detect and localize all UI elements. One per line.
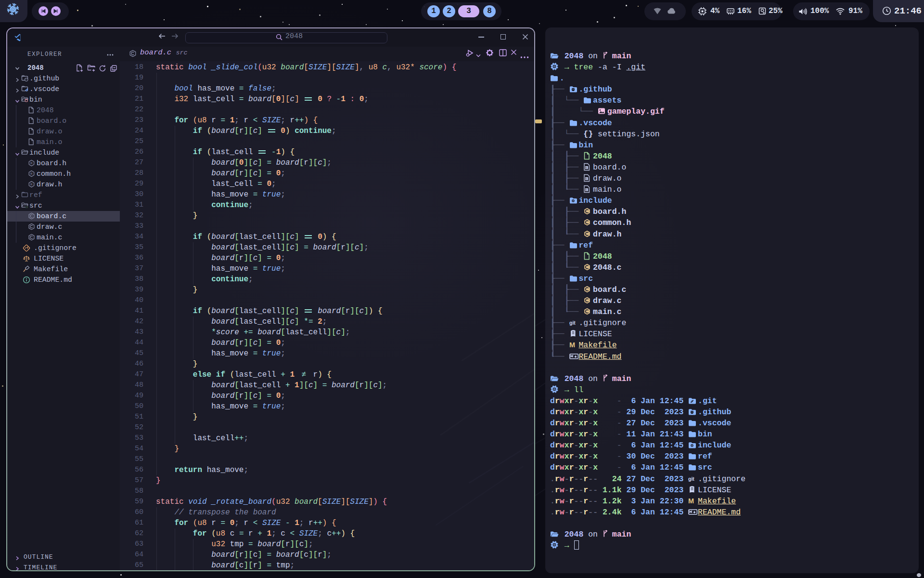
svg-text:01: 01 [586, 178, 588, 180]
svg-text:01: 01 [586, 189, 588, 191]
svg-text:(): () [26, 206, 28, 208]
svg-text:git: git [688, 475, 694, 481]
svg-text:10: 10 [586, 179, 588, 181]
svg-text:H: H [30, 172, 32, 176]
svg-text:git: git [569, 320, 576, 326]
svg-text:10: 10 [586, 190, 588, 192]
svg-text:M: M [569, 341, 575, 349]
svg-text:H: H [30, 183, 32, 186]
svg-text:H: H [30, 161, 32, 165]
svg-text:10: 10 [586, 168, 588, 170]
svg-text:M: M [688, 497, 694, 504]
svg-text:01: 01 [586, 166, 588, 168]
